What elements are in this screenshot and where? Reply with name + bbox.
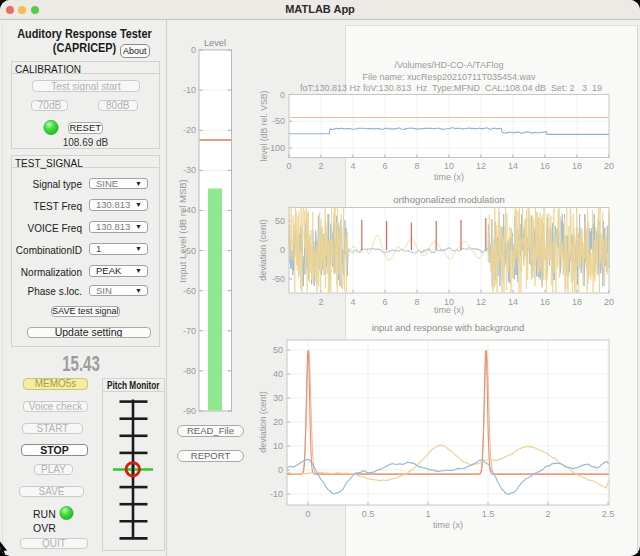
svg-text:/Volumes/HD-CO-A/TAFlog: /Volumes/HD-CO-A/TAFlog — [395, 60, 504, 70]
svg-text:0: 0 — [191, 45, 196, 55]
svg-text:orthogonalized modulation: orthogonalized modulation — [393, 194, 504, 205]
svg-text:File name: xucResp20210711T035: File name: xucResp20210711T035454.wav — [363, 72, 536, 82]
svg-text:deviation (cent): deviation (cent) — [258, 219, 268, 281]
svg-text:foT:130.813 Hz foV:130.813 Hz: foT:130.813 Hz foV:130.813 Hz Type:MFND … — [300, 83, 602, 93]
svg-text:50: 50 — [273, 345, 283, 355]
svg-text:6: 6 — [382, 161, 387, 171]
svg-text:14: 14 — [508, 161, 518, 171]
svg-text:14: 14 — [508, 297, 518, 307]
svg-text:-60: -60 — [183, 286, 196, 296]
svg-text:-50: -50 — [272, 274, 285, 284]
svg-text:level (dB rel. VSB): level (dB rel. VSB) — [259, 90, 269, 161]
svg-text:input and response with backgr: input and response with background — [372, 322, 525, 333]
svg-text:0: 0 — [280, 90, 285, 100]
svg-text:1: 1 — [425, 509, 430, 519]
svg-text:20: 20 — [604, 297, 614, 307]
svg-text:30: 30 — [273, 393, 283, 403]
svg-text:time (x): time (x) — [434, 172, 464, 182]
svg-text:-30: -30 — [183, 165, 196, 175]
svg-text:0: 0 — [305, 509, 310, 519]
svg-text:time (x): time (x) — [434, 305, 464, 315]
svg-text:2.5: 2.5 — [602, 509, 615, 519]
svg-text:10: 10 — [444, 161, 454, 171]
svg-text:4: 4 — [350, 297, 355, 307]
svg-text:0: 0 — [280, 245, 285, 255]
svg-text:2: 2 — [318, 161, 323, 171]
svg-text:-10: -10 — [183, 85, 196, 95]
svg-text:18: 18 — [572, 297, 582, 307]
svg-text:10: 10 — [273, 441, 283, 451]
svg-text:Input Level (dB rel MSB): Input Level (dB rel MSB) — [177, 179, 188, 283]
svg-text:deviation (cent): deviation (cent) — [258, 391, 268, 453]
svg-text:0: 0 — [278, 465, 283, 475]
svg-text:20: 20 — [604, 161, 614, 171]
svg-text:20: 20 — [273, 417, 283, 427]
svg-text:-50: -50 — [272, 116, 285, 126]
svg-text:-90: -90 — [183, 406, 196, 416]
svg-text:2: 2 — [318, 297, 323, 307]
svg-text:12: 12 — [476, 161, 486, 171]
svg-text:8: 8 — [414, 297, 419, 307]
svg-text:50: 50 — [275, 216, 285, 226]
svg-text:18: 18 — [572, 161, 582, 171]
svg-text:16: 16 — [540, 297, 550, 307]
svg-text:-80: -80 — [183, 366, 196, 376]
svg-text:-70: -70 — [183, 326, 196, 336]
svg-text:0: 0 — [286, 161, 291, 171]
svg-text:6: 6 — [382, 297, 387, 307]
svg-text:12: 12 — [476, 297, 486, 307]
svg-text:8: 8 — [414, 161, 419, 171]
svg-text:4: 4 — [350, 161, 355, 171]
svg-text:16: 16 — [540, 161, 550, 171]
svg-text:-10: -10 — [270, 489, 283, 499]
svg-text:Level: Level — [204, 38, 226, 48]
svg-text:1.5: 1.5 — [482, 509, 495, 519]
svg-text:-20: -20 — [183, 125, 196, 135]
svg-text:2: 2 — [545, 509, 550, 519]
svg-text:0.5: 0.5 — [362, 509, 375, 519]
svg-text:40: 40 — [273, 369, 283, 379]
svg-text:time (x): time (x) — [433, 520, 463, 530]
svg-text:-100: -100 — [267, 143, 285, 153]
